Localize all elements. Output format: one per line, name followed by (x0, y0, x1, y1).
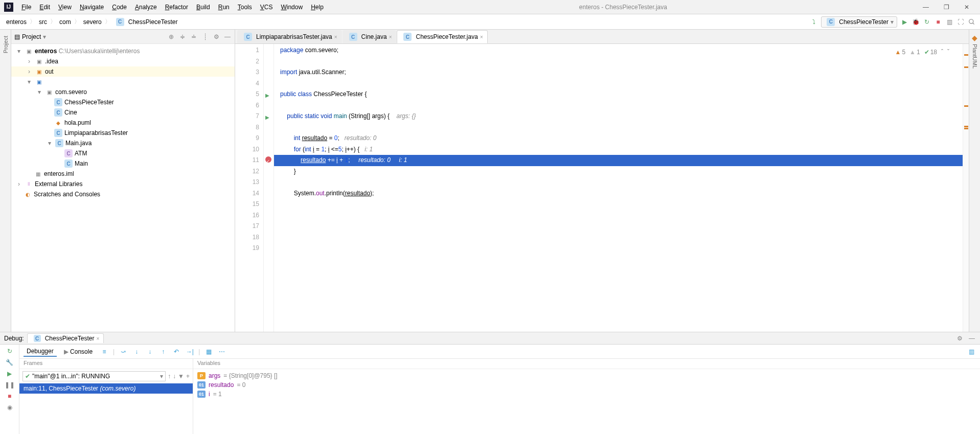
code-line[interactable]: public static void main (String[] args) … (274, 111, 969, 122)
menu-vcs[interactable]: VCS (256, 4, 277, 11)
breadcrumb[interactable]: com (57, 18, 73, 26)
code-line[interactable] (274, 210, 969, 221)
tree-scratch[interactable]: Scratches and Consoles (34, 191, 100, 198)
console-tab[interactable]: ▶ Console (61, 347, 96, 356)
expand-icon[interactable]: ⛶ (956, 18, 965, 26)
stop-icon[interactable]: ■ (934, 18, 942, 26)
code-line[interactable]: import java.util.Scanner; (274, 67, 969, 78)
code-line[interactable] (274, 100, 969, 111)
project-header-label[interactable]: Project (22, 33, 41, 40)
evaluate-icon[interactable]: ▦ (204, 347, 213, 356)
menu-build[interactable]: Build (192, 4, 214, 11)
maximize-icon[interactable]: ❐ (939, 2, 953, 12)
step-into-icon[interactable]: ↓ (132, 347, 141, 356)
code-line[interactable] (274, 232, 969, 243)
tree-file-hola[interactable]: hola.puml (64, 119, 91, 126)
resume-icon[interactable]: ▶ (7, 370, 12, 377)
search-icon[interactable] (968, 18, 976, 26)
run-to-cursor-icon[interactable]: →| (185, 347, 194, 356)
tree-file-mainc[interactable]: Main (75, 160, 88, 167)
pause-icon[interactable]: ❚❚ (5, 381, 15, 389)
variable-row[interactable]: Pargs = {String[0]@795} [] (197, 371, 976, 380)
tree-file-limp[interactable]: LimpiaparabrisasTester (64, 129, 128, 136)
frame-row[interactable]: main:11, ChessPieceTester (com.severo) (19, 383, 193, 394)
tree-extlib[interactable]: External Libraries (35, 180, 82, 188)
rerun-icon[interactable]: ↻ (7, 348, 12, 355)
plantuml-tool-tab[interactable]: PlantUML (972, 42, 978, 71)
tree-file-mainj[interactable]: Main.java (65, 140, 92, 147)
prev-frame-icon[interactable]: ↑ (168, 373, 171, 380)
menu-edit[interactable]: Edit (35, 4, 54, 11)
debug-session-tab[interactable]: C ChessPieceTester × (27, 333, 104, 343)
code-line[interactable]: package com.severo; (274, 45, 969, 56)
code-line[interactable] (274, 56, 969, 67)
collapse-all-icon[interactable]: ≐ (190, 33, 198, 41)
more-icon[interactable]: ⋯ (217, 347, 226, 356)
code-line[interactable] (274, 177, 969, 188)
settings-gear-icon[interactable]: ⚙ (212, 33, 220, 41)
force-step-into-icon[interactable]: ↓ (145, 347, 154, 356)
hide-icon[interactable]: — (223, 33, 232, 41)
debugger-tab[interactable]: Debugger (24, 347, 57, 357)
locate-icon[interactable]: ⊕ (167, 33, 175, 41)
code-line[interactable]: for (int i = 1; i <=5; i++) { i: 1 (274, 144, 969, 155)
next-frame-icon[interactable]: ↓ (173, 373, 176, 380)
plantuml-icon[interactable]: ◆ (972, 34, 977, 42)
minimize-icon[interactable]: — (919, 2, 933, 12)
debug-hide-icon[interactable]: — (968, 334, 976, 342)
breadcrumb[interactable]: enteros (4, 18, 29, 26)
layout-settings-icon[interactable]: ▥ (967, 347, 976, 356)
variable-row[interactable]: 01resultado = 0 (197, 380, 976, 390)
step-out-icon[interactable]: ↑ (158, 347, 168, 356)
menu-analyze[interactable]: Analyze (131, 4, 161, 11)
drop-frame-icon[interactable]: ↶ (172, 347, 181, 356)
menu-run[interactable]: Run (214, 4, 234, 11)
code-line[interactable]: System.out.println(resultado); (274, 188, 969, 199)
tree-iml[interactable]: enteros.iml (44, 170, 74, 177)
debug-settings-icon[interactable]: ⚙ (955, 334, 964, 342)
code-area[interactable]: 12345678910111213141516171819 ▶▶ package… (235, 44, 969, 332)
variable-row[interactable]: 01i = 1 (197, 390, 976, 399)
menu-window[interactable]: Window (277, 4, 307, 11)
filter-icon[interactable]: ▼ (178, 373, 184, 380)
project-tool-tab[interactable]: Project (3, 34, 9, 55)
menu-navigate[interactable]: Navigate (76, 4, 108, 11)
close-icon[interactable]: ✕ (960, 2, 974, 12)
editor-tab[interactable]: CLimpiaparabrisasTester.java× (237, 30, 342, 43)
tree-file-chess[interactable]: ChessPieceTester (64, 99, 114, 106)
run-config-selector[interactable]: C ChessPieceTester ▾ (821, 16, 897, 28)
layout-icon[interactable]: ▥ (945, 18, 953, 26)
inspection-widget[interactable]: ▲5 ▲1 ✔18 ˆˇ (893, 46, 951, 59)
expand-all-icon[interactable]: ≑ (178, 33, 187, 41)
stop-debug-icon[interactable]: ■ (8, 393, 11, 400)
code-line[interactable] (274, 122, 969, 133)
tree-file-cine[interactable]: Cine (64, 109, 77, 116)
tree-out[interactable]: out (45, 68, 54, 75)
menu-view[interactable]: View (54, 4, 76, 11)
run-icon[interactable]: ▶ (900, 18, 908, 26)
menu-help[interactable]: Help (307, 4, 328, 11)
menu-refactor[interactable]: Refactor (161, 4, 192, 11)
threads-icon[interactable]: ≡ (100, 347, 109, 356)
breadcrumb[interactable]: severo (81, 18, 104, 26)
code-line[interactable] (274, 243, 969, 254)
editor-tab[interactable]: CChessPieceTester.java× (397, 30, 487, 43)
code-line[interactable]: } (274, 166, 969, 177)
editor-tab[interactable]: CCine.java× (343, 30, 397, 43)
build-icon[interactable]: ⤵ (810, 18, 818, 26)
breadcrumb[interactable]: CChessPieceTester (112, 18, 180, 26)
tree-root[interactable]: enteros (35, 48, 57, 55)
breakpoints-icon[interactable]: ◉ (7, 404, 12, 411)
breadcrumb[interactable]: src (37, 18, 49, 26)
coverage-icon[interactable]: ↻ (923, 18, 931, 26)
tree-idea[interactable]: .idea (45, 58, 58, 65)
code-line[interactable] (274, 199, 969, 210)
tree-pkg[interactable]: com.severo (55, 88, 87, 96)
step-over-icon[interactable]: ⤻ (119, 347, 128, 356)
code-line[interactable]: int resultado = 0; resultado: 0 (274, 133, 969, 144)
debug-icon[interactable]: 🐞 (911, 18, 920, 26)
wrench-icon[interactable]: 🔧 (6, 359, 13, 366)
minimap[interactable] (963, 44, 969, 332)
add-icon[interactable]: + (186, 373, 190, 380)
code-line[interactable] (274, 221, 969, 232)
